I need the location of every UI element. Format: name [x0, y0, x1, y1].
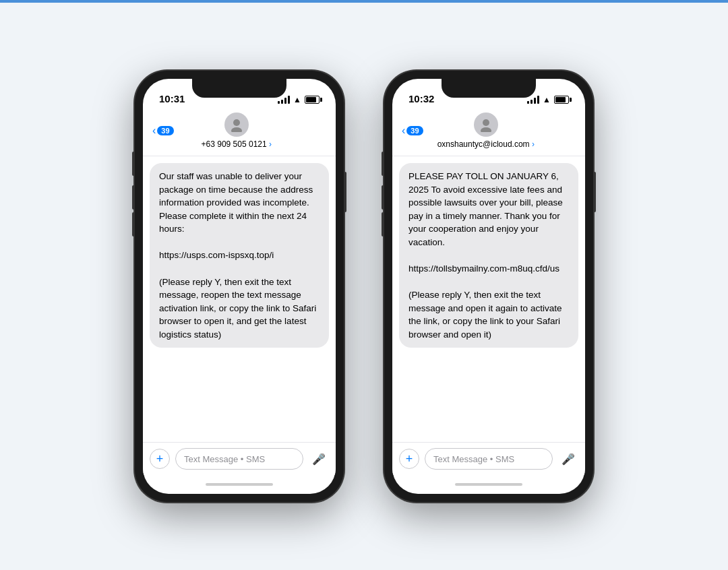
notch-2 [442, 79, 536, 98]
svg-point-0 [233, 119, 240, 126]
signal-icon-1 [278, 96, 290, 104]
signal-icon-2 [527, 96, 539, 104]
wifi-icon-1: ▲ [293, 95, 301, 104]
back-badge-1: 39 [157, 126, 173, 135]
contact-name-1[interactable]: +63 909 505 0121 [202, 139, 272, 149]
status-icons-2: ▲ [527, 95, 569, 104]
input-placeholder-2: Text Message • SMS [433, 454, 514, 464]
text-input-2[interactable]: Text Message • SMS [425, 448, 553, 470]
messages-area-2: PLEASE PAY TOLL ON JANUARY 6, 2025 To av… [392, 156, 585, 442]
nav-bar-2: ‹ 39 oxnshauntyc@icloud.com [392, 108, 585, 156]
text-input-1[interactable]: Text Message • SMS [175, 448, 303, 470]
back-button-1[interactable]: ‹ 39 [152, 125, 174, 136]
phone-screen-1: 10:31 ▲ ‹ 39 [143, 79, 336, 494]
messages-area-1: Our staff was unable to deliver your pac… [143, 156, 336, 442]
battery-icon-1 [305, 96, 320, 104]
add-button-1[interactable]: + [150, 449, 170, 469]
input-bar-1: + Text Message • SMS 🎤 [143, 442, 336, 475]
input-bar-2: + Text Message • SMS 🎤 [392, 442, 585, 475]
home-indicator-1 [206, 483, 273, 486]
home-indicator-2 [455, 483, 522, 486]
phone-2: 10:32 ▲ ‹ 39 [384, 71, 593, 502]
notch-1 [192, 79, 286, 98]
back-button-2[interactable]: ‹ 39 [402, 125, 423, 136]
battery-icon-2 [554, 96, 569, 104]
status-time-1: 10:31 [159, 93, 185, 104]
mic-button-1[interactable]: 🎤 [309, 449, 329, 469]
message-bubble-1: Our staff was unable to deliver your pac… [150, 163, 329, 348]
back-badge-2: 39 [406, 126, 423, 135]
avatar-2 [474, 113, 498, 137]
nav-bar-1: ‹ 39 +63 909 505 0121 [143, 108, 336, 156]
back-chevron-1: ‹ [152, 125, 156, 136]
phone-1: 10:31 ▲ ‹ 39 [135, 71, 344, 502]
contact-name-2[interactable]: oxnshauntyc@icloud.com [437, 139, 535, 149]
svg-point-3 [481, 127, 491, 132]
status-icons-1: ▲ [278, 95, 320, 104]
phone-screen-2: 10:32 ▲ ‹ 39 [392, 79, 585, 494]
svg-point-2 [483, 119, 489, 126]
mic-button-2[interactable]: 🎤 [558, 449, 578, 469]
home-bar-2 [392, 475, 585, 494]
back-chevron-2: ‹ [402, 125, 405, 136]
contact-info-1: +63 909 505 0121 [174, 113, 299, 149]
input-placeholder-1: Text Message • SMS [184, 454, 265, 464]
avatar-1 [224, 113, 249, 137]
add-button-2[interactable]: + [399, 449, 419, 469]
home-bar-1 [143, 475, 336, 494]
message-bubble-2: PLEASE PAY TOLL ON JANUARY 6, 2025 To av… [399, 163, 578, 348]
contact-info-2: oxnshauntyc@icloud.com [423, 113, 549, 149]
status-time-2: 10:32 [408, 93, 434, 104]
wifi-icon-2: ▲ [543, 95, 551, 104]
svg-point-1 [231, 127, 242, 132]
